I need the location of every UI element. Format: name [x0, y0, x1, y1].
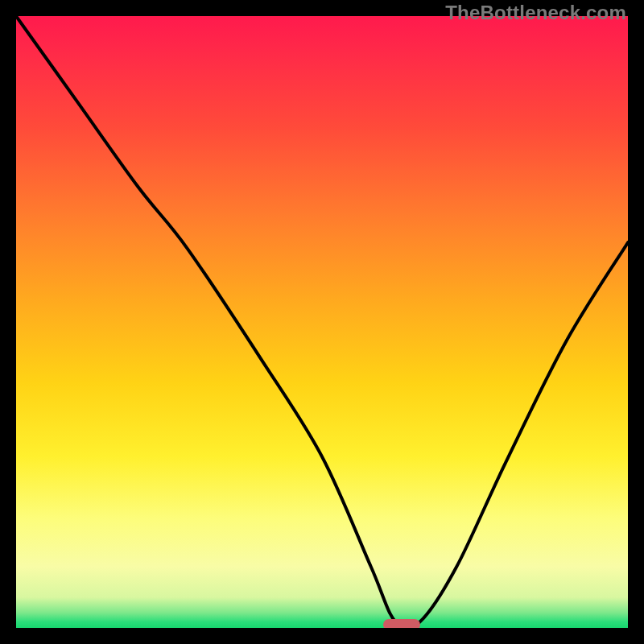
- plot-area: [16, 16, 628, 628]
- optimal-point-marker: [383, 619, 420, 628]
- watermark-text: TheBottleneck.com: [445, 2, 626, 24]
- bottleneck-curve: [16, 16, 628, 628]
- curve-svg: [16, 16, 628, 628]
- chart-frame: TheBottleneck.com: [0, 0, 644, 644]
